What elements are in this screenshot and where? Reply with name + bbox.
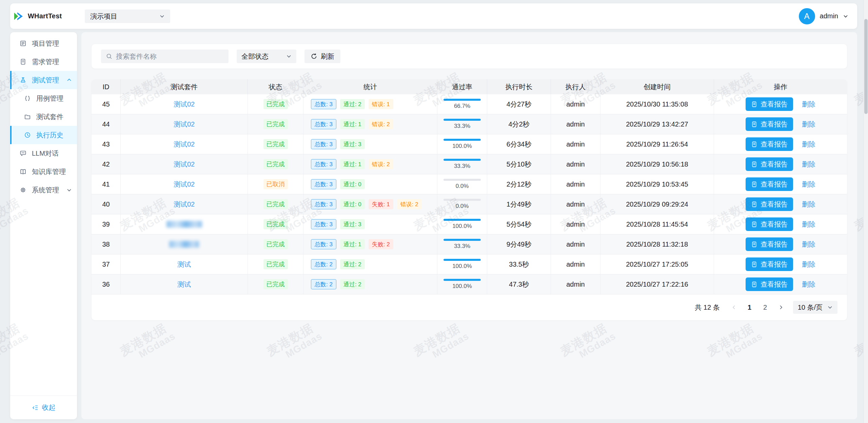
view-report-button[interactable]: 查看报告 [746,257,793,271]
avatar: A [799,8,815,24]
delete-link[interactable]: 删除 [802,160,815,169]
table-row: 37测试已完成总数: 2通过: 2100.0%33.5秒admin2025/10… [92,254,847,274]
stat-total-badge: 总数: 2 [311,279,336,289]
page-button-2[interactable]: 2 [759,301,771,313]
cell-pass-rate: 100.0% [437,254,487,274]
delete-link[interactable]: 删除 [802,200,815,209]
cell-duration: 4分2秒 [487,114,551,134]
view-report-button[interactable]: 查看报告 [746,117,793,131]
app-title: WHartTest [28,12,62,20]
status-filter-value: 全部状态 [241,52,286,61]
stat-pass-badge: 通过: 1 [340,159,365,169]
window-scrollbar[interactable] [863,0,868,423]
table-row: 45测试02已完成总数: 3通过: 2错误: 166.7%4分27秒admin2… [92,94,847,114]
history-table-card: ID测试套件状态统计通过率执行时长执行人创建时间操作 45测试02已完成总数: … [92,79,847,320]
view-report-button[interactable]: 查看报告 [746,237,793,251]
pass-rate-bar [443,199,481,201]
view-report-button[interactable]: 查看报告 [746,157,793,171]
suite-link[interactable]: 测试02 [174,160,195,169]
sidebar-item-execution-history[interactable]: 执行历史 [10,126,77,144]
prev-page-button[interactable] [728,301,740,313]
table-row: 44测试02已完成总数: 3通过: 1错误: 233.3%4分2秒admin20… [92,114,847,134]
table-row: 42测试02已完成总数: 3通过: 1错误: 233.3%5分10秒admin2… [92,154,847,174]
delete-link[interactable]: 删除 [802,140,815,149]
sidebar-item-llm-chat[interactable]: LLM对话 [10,144,77,162]
collapse-sidebar-button[interactable]: 收起 [32,403,56,412]
user-name: admin [820,12,838,20]
cell-stats: 总数: 2通过: 2 [303,274,437,294]
cell-executor: admin [551,114,600,134]
suite-name-redacted[interactable] [169,241,199,248]
view-report-button[interactable]: 查看报告 [746,217,793,231]
suite-link[interactable]: 测试02 [174,120,195,129]
page-button-1[interactable]: 1 [744,301,756,313]
refresh-button[interactable]: 刷新 [304,50,340,63]
suite-link[interactable]: 测试 [177,280,191,289]
app-logo-icon [14,11,24,21]
pass-rate-bar [443,159,481,161]
cell-status: 已完成 [248,154,303,174]
view-report-button[interactable]: 查看报告 [746,197,793,211]
sidebar-item-label: 用例管理 [36,94,63,103]
refresh-label: 刷新 [321,52,334,61]
delete-link[interactable]: 删除 [802,280,815,289]
sidebar-item-test-suites[interactable]: 测试套件 [10,108,77,126]
cell-id: 39 [92,214,121,234]
delete-link[interactable]: 删除 [802,260,815,269]
report-icon [751,121,757,128]
pass-rate-text: 100.0% [452,223,472,230]
view-report-button[interactable]: 查看报告 [746,177,793,191]
sidebar-item-label: 需求管理 [32,57,59,66]
sidebar-item-project-management[interactable]: 项目管理 [10,34,77,53]
page-size-select[interactable]: 10 条/页 [793,301,837,314]
suite-link[interactable]: 测试02 [174,140,195,149]
cell-suite [121,214,248,234]
status-filter-select[interactable]: 全部状态 [237,50,296,63]
view-report-button[interactable]: 查看报告 [746,137,793,151]
status-badge: 已完成 [263,159,288,169]
cell-actions: 查看报告删除 [714,174,847,194]
sidebar-item-system-management[interactable]: 系统管理 [10,181,77,199]
pass-rate-text: 100.0% [452,283,472,290]
sidebar-item-requirement-management[interactable]: 需求管理 [10,53,77,71]
search-input[interactable] [116,53,224,60]
cell-created: 2025/10/28 11:32:18 [600,234,714,254]
cell-duration: 2分12秒 [487,174,551,194]
stat-pass-badge: 通过: 1 [340,119,365,129]
scrollbar-thumb[interactable] [864,19,868,114]
delete-link[interactable]: 删除 [802,220,815,229]
cell-suite: 测试 [121,274,248,294]
suite-name-redacted[interactable] [166,221,202,228]
delete-link[interactable]: 删除 [802,120,815,129]
view-report-button[interactable]: 查看报告 [746,97,793,111]
suite-link[interactable]: 测试02 [174,200,195,209]
delete-link[interactable]: 删除 [802,180,815,189]
cell-created: 2025/10/29 11:26:54 [600,134,714,154]
delete-link[interactable]: 删除 [802,240,815,249]
delete-link[interactable]: 删除 [802,100,815,109]
sidebar-item-test-management[interactable]: 测试管理 [10,71,77,89]
suite-link[interactable]: 测试02 [174,100,195,109]
project-select[interactable]: 演示项目 [85,9,170,23]
sidebar-item-case-management[interactable]: 用例管理 [10,89,77,108]
cell-stats: 总数: 3通过: 3 [303,214,437,234]
table-row: 41测试02已取消总数: 3通过: 00.0%2分12秒admin2025/10… [92,174,847,194]
sidebar-item-label: 测试套件 [36,112,63,121]
column-header: 执行人 [551,79,600,94]
cell-stats: 总数: 2通过: 2 [303,254,437,274]
column-header: 状态 [248,79,303,94]
next-page-button[interactable] [775,301,787,313]
suite-link[interactable]: 测试 [177,260,191,269]
cell-pass-rate: 33.3% [437,234,487,254]
cell-status: 已取消 [248,174,303,194]
user-menu[interactable]: A admin [799,3,848,29]
view-report-button[interactable]: 查看报告 [746,277,793,291]
table-row: 38已完成总数: 3通过: 1失败: 233.3%9分49秒admin2025/… [92,234,847,254]
column-header: 测试套件 [121,79,248,94]
pass-rate-bar [443,119,481,121]
cell-actions: 查看报告删除 [714,194,847,214]
cell-created: 2025/10/28 11:45:54 [600,214,714,234]
sidebar-item-knowledge-base[interactable]: 知识库管理 [10,162,77,181]
report-icon [751,201,757,208]
suite-link[interactable]: 测试02 [174,180,195,189]
